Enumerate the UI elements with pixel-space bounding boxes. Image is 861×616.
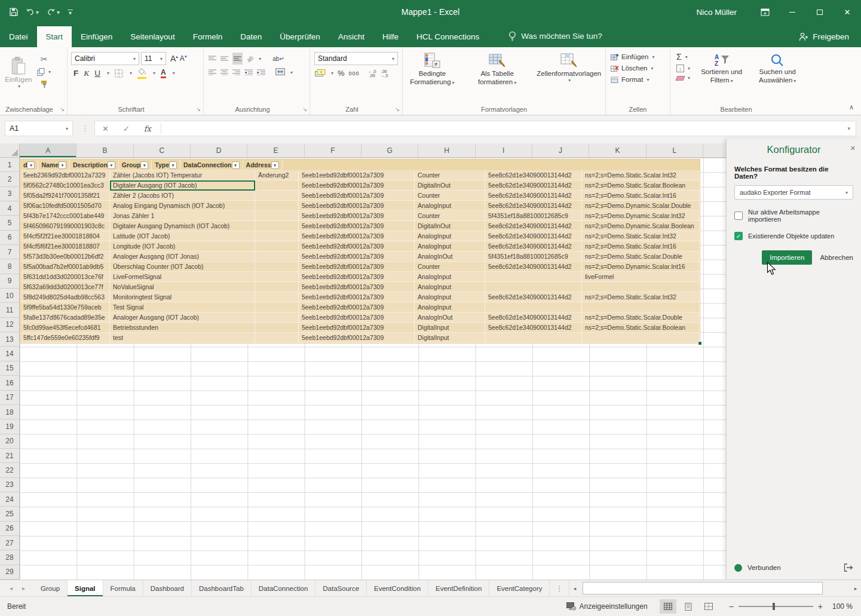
cell-name[interactable]: Digitaler Ausgang (IOT Jacob) (110, 180, 255, 191)
percent-icon[interactable]: % (338, 69, 345, 78)
cell-address[interactable] (582, 302, 700, 312)
redo-button[interactable]: ▾ (47, 8, 60, 16)
row-header[interactable]: 3 (0, 187, 20, 201)
column-header[interactable]: K (589, 143, 646, 157)
zoom-level[interactable]: 100 % (826, 602, 853, 611)
column-header[interactable]: L (646, 143, 703, 157)
column-header[interactable]: H (418, 143, 475, 157)
cell-group[interactable]: 5eeb1eebd92dbf00012a7309 (299, 262, 415, 272)
cell-dataconnection[interactable]: 5ee8c62d1e340900013144d2 (485, 323, 582, 333)
cell-group[interactable]: 5eeb1eebd92dbf00012a7309 (299, 211, 415, 221)
row-header[interactable]: 19 (0, 419, 20, 434)
cell-description[interactable] (255, 292, 299, 302)
cell-dataconnection[interactable]: 5f4351ef18a88100012685c9 (485, 211, 582, 221)
sheet-tab[interactable]: DataConnection (252, 580, 315, 596)
cell-address[interactable]: ns=2;s=Demo.Static.Scalar.Double (582, 312, 700, 323)
row-header[interactable]: 13 (0, 332, 20, 347)
cell-address[interactable]: ns=2;s=Demo.Dynamic.Scalar.Int32 (582, 211, 700, 221)
cell-group[interactable]: 5eeb1eebd92dbf00012a7309 (299, 333, 415, 343)
sheet-tab[interactable]: Signal (68, 580, 103, 596)
align-top-icon[interactable] (209, 53, 216, 64)
font-color-icon[interactable]: A (161, 69, 166, 78)
row-header[interactable]: 14 (0, 347, 20, 361)
cell-description[interactable] (255, 252, 299, 262)
row-header[interactable]: 17 (0, 391, 20, 405)
align-left-icon[interactable] (209, 67, 216, 78)
number-dialog-launcher[interactable]: ↘ (395, 106, 400, 112)
fill-handle[interactable] (698, 341, 702, 345)
cell-dataconnection[interactable]: 5ee8c62d1e340900013144d2 (485, 231, 582, 241)
row-header[interactable]: 23 (0, 478, 20, 492)
find-select-button[interactable]: Suchen und Auswählen▾ (753, 52, 802, 85)
cell-dataconnection[interactable]: 5ee8c62d1e340900013144d2 (485, 262, 582, 272)
cell-description[interactable] (255, 191, 299, 201)
cell-address[interactable]: ns=2;s=Demo.Dynamic.Scalar.Boolean (582, 221, 700, 231)
ribbon-tab[interactable]: Überprüfen (271, 26, 329, 47)
row-header[interactable]: 11 (0, 303, 20, 317)
close-button[interactable]: ✕ (834, 0, 861, 24)
filter-dropdown-icon[interactable]: ▾ (59, 161, 66, 169)
paste-button[interactable]: Einfügen ▾ (0, 52, 37, 90)
cell-group[interactable]: 5eeb1eebd92dbf00012a7309 (299, 180, 415, 191)
format-cells-button[interactable]: Format▾ (611, 76, 670, 83)
row-header[interactable]: 2 (0, 172, 20, 186)
option-update-objects[interactable]: ✓ Existierende Objekte updaten (734, 232, 853, 240)
cell-address[interactable]: ns=2;s=Demo.Dynamic.Scalar.Double (582, 201, 700, 211)
cell-id[interactable]: 5fa8e137d8676cadad89e35e (20, 312, 110, 323)
cell-address[interactable]: liveFormel (582, 272, 700, 282)
maximize-button[interactable] (806, 0, 834, 24)
cell-type[interactable]: DigitalInput (415, 333, 485, 343)
import-button[interactable]: Importieren (762, 250, 812, 265)
font-name-select[interactable]: Calibri▾ (71, 52, 139, 65)
cell-name[interactable]: Jonas Zähler 1 (110, 211, 255, 221)
cell-dataconnection[interactable]: 5ee8c62d1e340900013144d2 (485, 221, 582, 231)
cell-group[interactable]: 5eeb1eebd92dbf00012a7309 (299, 312, 415, 323)
undo-button[interactable]: ▾ (26, 8, 39, 16)
cell-styles-button[interactable]: Zellenformatvorlagen ▾ (532, 48, 605, 87)
cell-name[interactable]: Analog Eingang Dynamisch (IOT Jacob) (110, 201, 255, 211)
align-middle-icon[interactable] (220, 53, 228, 64)
cell-address[interactable]: ns=2;s=Demo.Static.Scalar.Int32 (582, 170, 700, 180)
row-header[interactable]: 28 (0, 550, 20, 565)
cell-description[interactable] (255, 262, 299, 272)
ribbon-tab[interactable]: Formeln (184, 26, 232, 47)
row-header[interactable]: 22 (0, 463, 20, 477)
cell-type[interactable]: AnalogInput (415, 292, 485, 302)
cell-type[interactable]: AnalogInput (415, 231, 485, 241)
row-header[interactable]: 9 (0, 274, 20, 289)
borders-icon[interactable] (115, 69, 123, 78)
tell-me-search[interactable]: Was möchten Sie tun? (508, 31, 602, 41)
cell-id[interactable]: 5f06ac10fedfd50001505d70 (20, 201, 110, 211)
cell-type[interactable]: Counter (415, 211, 485, 221)
cell-type[interactable]: AnalogInOut (415, 312, 485, 323)
insert-cells-button[interactable]: Einfügen▾ (611, 53, 670, 60)
minimize-button[interactable] (779, 0, 806, 24)
column-header[interactable]: I (476, 143, 532, 157)
increase-decimal-icon[interactable]: ←,0,00 (369, 69, 376, 78)
cell-address[interactable]: ns=2;s=Demo.Static.Scalar.Int32 (582, 231, 700, 241)
cell-address[interactable] (582, 333, 700, 343)
cell-dataconnection[interactable]: 5ee8c62d1e340900013144d2 (485, 292, 582, 302)
cell-dataconnection[interactable]: 5ee8c62d1e340900013144d2 (485, 170, 582, 180)
cell-id[interactable]: 5f05da2f9241f70001358f21 (20, 191, 110, 201)
cell-description[interactable] (255, 211, 299, 221)
option-active-workbook[interactable]: Nur aktive Arbeitsmappe importieren (734, 209, 853, 223)
cell-id[interactable]: 5f5a00bad7b2ef0001ab9db5 (20, 262, 110, 272)
format-select[interactable]: audako Exporter Format ▾ (734, 185, 853, 200)
page-layout-view-button[interactable] (680, 599, 697, 614)
ribbon-tab[interactable]: Hilfe (373, 26, 407, 47)
row-header[interactable]: 5 (0, 216, 20, 230)
orientation-icon[interactable]: ab (246, 54, 255, 63)
cell-group[interactable]: 5eeb1eebd92dbf00012a7309 (299, 191, 415, 201)
row-header[interactable]: 18 (0, 405, 20, 419)
cell-address[interactable]: ns=2;s=Demo.Static.Scalar.Int32 (582, 292, 700, 302)
cell-id[interactable]: 5fc0d99ae453f6ecefcd4681 (20, 323, 110, 333)
cell-address[interactable]: ns=2;s=Demo.Static.Scalar.Int16 (582, 191, 700, 201)
underline-caret-icon[interactable]: ▾ (107, 71, 109, 76)
scrollbar-thumb[interactable] (583, 582, 823, 594)
column-header[interactable]: C (134, 143, 191, 157)
filter-dropdown-icon[interactable]: ▾ (140, 161, 148, 169)
cell-type[interactable]: AnalogInOut (415, 252, 485, 262)
cell-dataconnection[interactable]: 5ee8c62d1e340900013144d2 (485, 201, 582, 211)
font-size-select[interactable]: 11▾ (141, 52, 166, 65)
